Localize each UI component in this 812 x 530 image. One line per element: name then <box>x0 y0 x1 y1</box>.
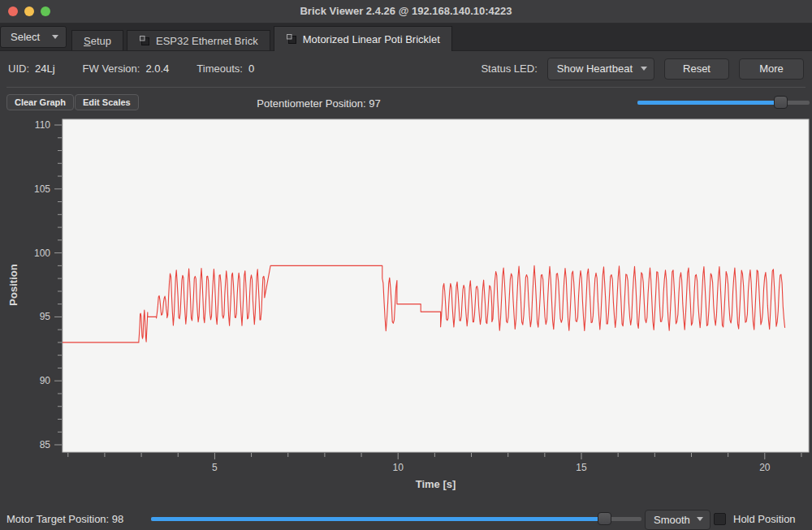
slider-handle[interactable] <box>774 96 788 109</box>
potentiometer-position-slider[interactable] <box>637 96 810 110</box>
window-title: Brick Viewer 2.4.26 @ 192.168.140.10:422… <box>0 5 812 17</box>
potentiometer-position-readout: Potentiometer Position: 97 <box>0 97 637 110</box>
uid-label: UID: <box>8 62 29 75</box>
y-axis-tick-label: 85 <box>40 439 51 450</box>
brick-viewer-window: { "titlebar": { "title": "Brick Viewer 2… <box>0 0 812 530</box>
uid-value: 24Lj <box>35 62 55 75</box>
potentiometer-position-label: Potentiometer Position: <box>257 97 365 110</box>
tab-esp32-ethernet-brick[interactable]: ESP32 Ethernet Brick <box>127 30 270 50</box>
reset-button[interactable]: Reset <box>664 58 729 80</box>
x-axis-tick-label: 15 <box>576 462 587 473</box>
motor-target-readout: Motor Target Position: 98 <box>6 513 123 525</box>
motor-target-label: Motor Target Position: <box>6 513 109 525</box>
select-dropdown-label: Select <box>11 31 40 43</box>
y-axis-title: Position <box>7 264 19 305</box>
y-axis-tick-label: 100 <box>34 248 50 259</box>
hold-position-checkbox[interactable] <box>714 513 726 525</box>
slider-handle[interactable] <box>598 512 611 525</box>
chevron-down-icon <box>641 67 647 71</box>
device-actions: Status LED: Show Heartbeat Reset More <box>481 58 804 80</box>
drive-mode-value: Smooth <box>654 514 690 526</box>
tab-poti-label: Motorized Linear Poti Bricklet <box>303 33 440 45</box>
device-info-row: UID: 24Lj FW Version: 2.0.4 Timeouts: 0 … <box>0 50 812 87</box>
y-axis-tick-label: 105 <box>34 183 50 195</box>
motor-target-value: 98 <box>112 513 123 525</box>
chevron-down-icon <box>52 35 58 39</box>
motor-target-position-slider[interactable] <box>151 512 641 526</box>
select-dropdown[interactable]: Select <box>0 26 67 48</box>
brick-icon <box>139 35 150 46</box>
y-axis-tick-label: 90 <box>40 375 51 386</box>
x-axis-tick-label: 20 <box>759 462 771 473</box>
chevron-down-icon <box>697 517 703 521</box>
hold-position-label: Hold Position <box>733 513 796 525</box>
position-time-chart: 8590951001051105101520Time [s]Position <box>0 118 812 497</box>
slider-fill <box>637 101 781 105</box>
status-led-dropdown[interactable]: Show Heartbeat <box>547 58 654 80</box>
bricklet-icon <box>286 33 297 45</box>
tab-setup[interactable]: Setup <box>71 30 123 50</box>
timeouts-label: Timeouts: <box>197 62 243 75</box>
graph-controls-row: Clear Graph Edit Scales Potentiometer Po… <box>0 88 812 118</box>
status-led-label: Status LED: <box>481 62 537 75</box>
motor-control-bar: Motor Target Position: 98 Smooth Hold Po… <box>0 510 812 530</box>
more-button[interactable]: More <box>739 58 804 80</box>
x-axis-tick-label: 10 <box>393 462 404 473</box>
drive-mode-dropdown[interactable]: Smooth <box>645 510 710 530</box>
reset-button-label: Reset <box>683 62 710 75</box>
timeouts-value: 0 <box>248 62 254 75</box>
title-bar: Brick Viewer 2.4.26 @ 192.168.140.10:422… <box>0 0 812 24</box>
fw-version-value: 2.0.4 <box>145 62 169 75</box>
tab-bar: Select Setup ESP32 Ethernet Brick Motori… <box>0 24 812 51</box>
x-axis-title: Time [s] <box>416 478 456 490</box>
potentiometer-position-value: 97 <box>369 97 380 110</box>
tab-motorized-linear-poti-bricklet[interactable]: Motorized Linear Poti Bricklet <box>274 26 452 51</box>
x-axis-tick-label: 5 <box>212 462 218 473</box>
plot-canvas <box>63 119 809 452</box>
slider-fill <box>151 517 605 521</box>
fw-version-label: FW Version: <box>83 62 140 75</box>
tab-esp32-label: ESP32 Ethernet Brick <box>156 35 258 47</box>
status-led-dropdown-value: Show Heartbeat <box>557 62 633 75</box>
y-axis-tick-label: 95 <box>40 311 51 322</box>
more-button-label: More <box>759 62 784 75</box>
y-axis-tick-label: 110 <box>35 119 50 131</box>
tab-setup-label: Setup <box>84 35 111 47</box>
